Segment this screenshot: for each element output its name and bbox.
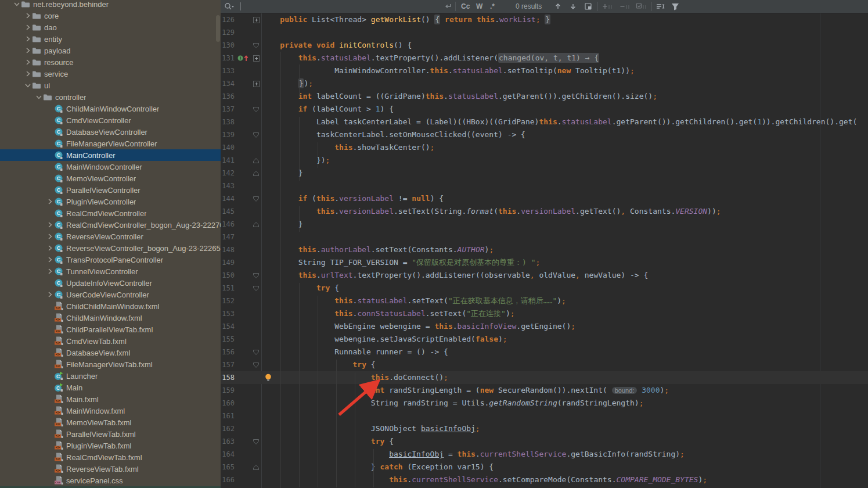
chevron-right-icon[interactable] [46, 244, 54, 252]
tree-item-TunnelViewController[interactable]: CTunnelViewController [0, 265, 221, 277]
tree-item-dao[interactable]: dao [0, 21, 221, 33]
fold-open-icon[interactable] [251, 192, 261, 205]
fold-plus-icon[interactable] [251, 52, 261, 64]
tree-item-MemoViewController[interactable]: CMemoViewController [0, 173, 221, 184]
fold-open-icon[interactable] [251, 103, 261, 116]
tree-item-RealCmdViewController_bogon_Aug-23-22270[interactable]: CRealCmdViewController_bogon_Aug-23-2227… [0, 219, 221, 231]
tree-scrollbar[interactable] [216, 15, 220, 42]
tree-item-FileManagerViewController[interactable]: CFileManagerViewController [0, 138, 221, 149]
code-line-136[interactable]: 136 int labelCount = ((GridPane)this.sta… [221, 90, 868, 103]
tree-item-ChildParallelViewTab.fxml[interactable]: <>ChildParallelViewTab.fxml [0, 324, 221, 335]
chevron-right-icon[interactable] [24, 23, 32, 31]
code-line-145[interactable]: 145 this.versionLabel.setText(String.for… [221, 205, 868, 218]
tree-item-ParallelViewTab.fxml[interactable]: <>ParallelViewTab.fxml [0, 428, 221, 440]
tree-item-ChildMainWindow.fxml[interactable]: <>ChildMainWindow.fxml [0, 312, 221, 324]
tree-item-MainController[interactable]: CMainController [0, 149, 221, 161]
code-line-131[interactable]: 131 this.statusLabel.textProperty().addL… [221, 52, 868, 64]
previous-occurrence-icon[interactable] [554, 0, 561, 13]
fold-open-icon[interactable] [251, 282, 261, 295]
code-line-150[interactable]: 150 this.urlText.textProperty().addListe… [221, 269, 868, 282]
chevron-right-icon[interactable] [46, 290, 54, 299]
tree-item-net.rebeyond.behinder[interactable]: net.rebeyond.behinder [0, 0, 221, 10]
fold-plus-icon[interactable] [251, 13, 261, 26]
search-input[interactable] [244, 0, 438, 13]
fold-close-icon[interactable] [251, 167, 261, 180]
code-line-126[interactable]: 126 public List<Thread> getWorkList() { … [221, 13, 868, 26]
tree-item-Main[interactable]: CMain [0, 382, 221, 393]
code-line-133[interactable]: 133 MainWindowController.this.statusLabe… [221, 64, 868, 77]
tree-item-servicePanel.css[interactable]: cssservicePanel.css [0, 475, 221, 486]
tree-item-ReverseViewController[interactable]: CReverseViewController [0, 231, 221, 242]
code-line-143[interactable]: 143 [221, 180, 868, 192]
tree-item-CmdViewController[interactable]: CCmdViewController [0, 114, 221, 126]
chevron-right-icon[interactable] [46, 256, 54, 264]
tree-item-RealCmdViewTab.fxml[interactable]: <>RealCmdViewTab.fxml [0, 451, 221, 463]
code-line-151[interactable]: 151 try { [221, 282, 868, 295]
code-line-146[interactable]: 146 } [221, 218, 868, 231]
select-all-occurrences-icon[interactable] [636, 0, 647, 13]
tree-item-FileManagerViewTab.fxml[interactable]: <>FileManagerViewTab.fxml [0, 358, 221, 370]
tree-item-MainWindow.fxml[interactable]: <>MainWindow.fxml [0, 405, 221, 417]
tree-item-ParallelViewController[interactable]: CParallelViewController [0, 184, 221, 196]
tree-item-Main.fxml[interactable]: <>Main.fxml [0, 393, 221, 405]
chevron-right-icon[interactable] [24, 46, 32, 55]
tree-item-Launcher[interactable]: CLauncher [0, 370, 221, 382]
fold-open-icon[interactable] [251, 128, 261, 141]
tree-item-UserCodeViewController[interactable]: CUserCodeViewController [0, 289, 221, 300]
tree-item-controller[interactable]: controller [0, 91, 221, 103]
chevron-down-icon[interactable] [24, 81, 32, 89]
chevron-right-icon[interactable] [46, 232, 54, 241]
tree-item-ReverseViewController_bogon_Aug-23-222659[interactable]: CReverseViewController_bogon_Aug-23-2226… [0, 242, 221, 254]
chevron-right-icon[interactable] [46, 198, 54, 206]
match-case-toggle[interactable]: Cc [461, 0, 470, 13]
chevron-right-icon[interactable] [24, 70, 32, 78]
code-line-138[interactable]: 138 Label taskCenterLabel = (Label)((HBo… [221, 116, 868, 128]
chevron-down-icon[interactable] [13, 0, 21, 8]
tree-item-DatabaseViewController[interactable]: CDatabaseViewController [0, 126, 221, 138]
code-line-139[interactable]: 139 taskCenterLabel.setOnMouseClicked((e… [221, 128, 868, 141]
code-line-130[interactable]: 130 private void initControls() { [221, 39, 868, 52]
code-line-148[interactable]: 148 this.authorLabel.setText(Constants.A… [221, 243, 868, 256]
fold-plus-icon[interactable] [251, 77, 261, 90]
tree-item-PluginViewController[interactable]: CPluginViewController [0, 196, 221, 207]
tree-item-DatabaseView.fxml[interactable]: <>DatabaseView.fxml [0, 347, 221, 358]
fold-open-icon[interactable] [251, 435, 261, 448]
tree-item-payload[interactable]: payload [0, 45, 221, 56]
tree-item-resource[interactable]: resource [0, 56, 221, 68]
code-line-137[interactable]: 137 if (labelCount > 1) { [221, 103, 868, 116]
filter-icon[interactable] [671, 0, 679, 13]
tree-item-MainWindowController[interactable]: CMainWindowController [0, 161, 221, 173]
chevron-right-icon[interactable] [24, 35, 32, 43]
tree-item-RealCmdViewController[interactable]: CRealCmdViewController [0, 207, 221, 219]
code-line-147[interactable]: 147 [221, 231, 868, 243]
chevron-right-icon[interactable] [46, 221, 54, 229]
add-occurrence-icon[interactable] [603, 0, 613, 13]
search-magnifier-icon[interactable] [224, 0, 235, 13]
fold-open-icon[interactable] [251, 346, 261, 358]
code-line-129[interactable]: 129 [221, 26, 868, 39]
code-editor[interactable]: 126 public List<Thread> getWorkList() { … [221, 13, 868, 488]
search-options-icon[interactable] [656, 0, 665, 13]
tree-item-TransProtocolPaneController[interactable]: CTransProtocolPaneController [0, 254, 221, 265]
tree-item-MemoViewTab.fxml[interactable]: <>MemoViewTab.fxml [0, 417, 221, 428]
fold-close-icon[interactable] [251, 218, 261, 231]
tree-item-UpdateInfoViewController[interactable]: CUpdateInfoViewController [0, 277, 221, 289]
tree-item-core[interactable]: core [0, 10, 221, 21]
fold-close-icon[interactable] [251, 154, 261, 167]
fold-open-icon[interactable] [251, 39, 261, 52]
regex-toggle[interactable]: .* [490, 0, 495, 13]
code-line-142[interactable]: 142 } [221, 167, 868, 180]
find-all-icon[interactable] [585, 0, 592, 13]
newline-icon[interactable] [444, 0, 452, 13]
tree-item-CmdViewTab.fxml[interactable]: <>CmdViewTab.fxml [0, 335, 221, 347]
chevron-down-icon[interactable] [35, 93, 43, 101]
tree-item-PluginViewTab.fxml[interactable]: <>PluginViewTab.fxml [0, 440, 221, 451]
override-method-icon[interactable] [237, 52, 250, 64]
chevron-right-icon[interactable] [24, 58, 32, 66]
fold-open-icon[interactable] [251, 358, 261, 371]
tree-item-ChildMainWindowController[interactable]: CChildMainWindowController [0, 103, 221, 114]
whole-words-toggle[interactable]: W [476, 0, 482, 13]
code-line-144[interactable]: 144 if (this.versionLabel != null) { [221, 192, 868, 205]
tree-item-ui[interactable]: ui [0, 80, 221, 91]
next-occurrence-icon[interactable] [570, 0, 577, 13]
